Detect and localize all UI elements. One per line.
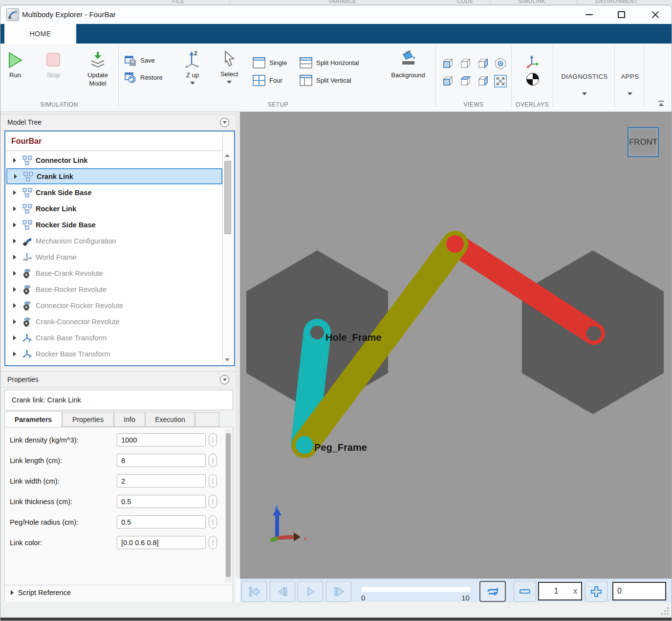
view-back-button[interactable]: [459, 57, 472, 72]
scroll-thumb[interactable]: [224, 161, 231, 234]
view-right-button[interactable]: [441, 75, 454, 89]
split-vertical-label[interactable]: Split Vertical: [316, 77, 351, 84]
tree-item-connector-link[interactable]: Connector Link: [6, 152, 222, 168]
save-view-button[interactable]: [125, 55, 136, 68]
fit-to-view-button[interactable]: [494, 75, 507, 89]
expand-caret-icon[interactable]: [13, 335, 16, 340]
minimize-button[interactable]: [578, 5, 600, 24]
peg-hole-radius-input[interactable]: [117, 515, 206, 529]
select-button[interactable]: Select: [217, 50, 241, 84]
expand-caret-icon[interactable]: [13, 222, 16, 227]
link-density-menu-button[interactable]: ⋮: [209, 433, 217, 446]
view-isometric-button[interactable]: [494, 57, 507, 72]
stop-button[interactable]: Stop: [43, 51, 64, 79]
loop-toggle-button[interactable]: [479, 581, 506, 602]
link-thickness-menu-button[interactable]: ⋮: [209, 495, 217, 508]
properties-menu-button[interactable]: [220, 375, 229, 384]
expand-caret-icon[interactable]: [13, 319, 16, 324]
tree-item-rocker-side-base[interactable]: Rocker Side Base: [6, 217, 222, 233]
split-horizontal-button[interactable]: [300, 57, 312, 71]
tree-item-crank-base-transform[interactable]: Crank Base Transform: [6, 330, 222, 346]
run-button[interactable]: Run: [4, 51, 26, 79]
link-width-input[interactable]: [117, 474, 206, 488]
link-color-input[interactable]: [117, 536, 206, 549]
expand-caret-icon[interactable]: [14, 174, 17, 179]
restore-view-button[interactable]: [125, 72, 136, 86]
tree-item-crank-link[interactable]: Crank Link: [6, 168, 222, 184]
tree-item-base-rocker-revolute[interactable]: Base-Rocker Revolute: [6, 281, 222, 297]
peg-hole-radius-menu-button[interactable]: ⋮: [209, 515, 217, 529]
expand-caret-icon[interactable]: [13, 206, 16, 211]
expand-caret-icon[interactable]: [13, 303, 16, 308]
background-button[interactable]: Background: [386, 50, 431, 79]
speed-field[interactable]: 1 x: [538, 582, 582, 600]
split-horizontal-label[interactable]: Split Horizontal: [316, 59, 359, 67]
link-density-input[interactable]: [117, 433, 206, 446]
tree-item-rocker-link[interactable]: Rocker Link: [6, 200, 222, 217]
collapse-ribbon-button[interactable]: [657, 100, 666, 109]
tab-info[interactable]: Info: [114, 412, 145, 427]
apps-button[interactable]: APPS: [615, 73, 645, 80]
tree-item-connector-rocker-revolute[interactable]: Connector-Rocker Revolute: [6, 297, 222, 313]
tab-execution[interactable]: Execution: [145, 412, 195, 427]
link-width-menu-button[interactable]: ⋮: [209, 474, 217, 488]
four-view-button[interactable]: [253, 75, 265, 89]
tree-scrollbar[interactable]: [222, 132, 234, 365]
restore-view-label[interactable]: Restore: [140, 74, 163, 81]
link-length-menu-button[interactable]: ⋮: [209, 454, 217, 467]
tree-item-crank-connector-revolute[interactable]: Crank-Connector Revolute: [6, 313, 222, 330]
view-left-button[interactable]: [477, 57, 489, 72]
close-button[interactable]: [644, 5, 667, 24]
frame-overlay-button[interactable]: [525, 54, 540, 72]
link-color-menu-button[interactable]: ⋮: [209, 536, 217, 549]
four-view-label[interactable]: Four: [269, 77, 282, 84]
scroll-up-icon[interactable]: [225, 154, 230, 157]
view-bottom-button[interactable]: [477, 75, 489, 89]
step-forward-button[interactable]: [326, 581, 351, 602]
tab-properties[interactable]: Properties: [62, 412, 114, 427]
tree-item-mechanism-configuration[interactable]: Mechanism Configuration: [6, 233, 222, 249]
viewport-3d[interactable]: Hole_Frame Peg_Frame z x FRONT: [240, 112, 672, 578]
resize-grip[interactable]: [660, 606, 669, 615]
go-to-start-button[interactable]: [241, 581, 267, 602]
diagnostics-button[interactable]: DIAGNOSTICS: [556, 73, 613, 80]
expand-caret-icon[interactable]: [13, 352, 16, 356]
single-view-label[interactable]: Single: [269, 59, 287, 67]
center-of-mass-overlay-button[interactable]: [526, 73, 539, 86]
view-front-button[interactable]: [441, 57, 454, 72]
tree-item-base-crank-revolute[interactable]: Base-Crank Revolute: [6, 265, 222, 281]
tree-item-rocker-base-transform[interactable]: Rocker Base Transform: [6, 346, 222, 362]
expand-caret-icon[interactable]: [13, 255, 16, 260]
play-button[interactable]: [298, 581, 323, 602]
scroll-thumb[interactable]: [226, 433, 231, 577]
time-slider[interactable]: [361, 587, 471, 592]
step-back-button[interactable]: [270, 581, 295, 602]
tab-parameters[interactable]: Parameters: [4, 411, 62, 427]
expand-caret-icon[interactable]: [13, 287, 16, 292]
properties-scrollbar[interactable]: [225, 429, 232, 582]
expand-caret-icon[interactable]: [13, 271, 16, 276]
script-reference-toggle[interactable]: Script Reference: [10, 589, 71, 597]
tree-item-crank-side-base[interactable]: Crank Side Base: [6, 184, 222, 200]
single-view-button[interactable]: [253, 57, 265, 71]
speed-increase-button[interactable]: [585, 581, 607, 602]
split-vertical-button[interactable]: [300, 75, 312, 89]
maximize-button[interactable]: [610, 5, 632, 24]
speed-decrease-button[interactable]: [514, 581, 536, 602]
scroll-down-icon[interactable]: [225, 358, 230, 361]
tree-root[interactable]: FourBar: [5, 132, 222, 151]
panel-splitter[interactable]: [236, 112, 240, 578]
link-length-input[interactable]: [117, 454, 206, 467]
model-tree-menu-button[interactable]: [220, 118, 229, 127]
tab-home[interactable]: HOME: [4, 24, 76, 44]
zup-button[interactable]: Z Z up: [181, 50, 204, 85]
link-thickness-input[interactable]: [117, 495, 206, 508]
expand-caret-icon[interactable]: [13, 239, 16, 244]
expand-caret-icon[interactable]: [13, 190, 16, 195]
expand-caret-icon[interactable]: [13, 158, 16, 163]
view-top-button[interactable]: [459, 75, 472, 89]
view-orientation-button[interactable]: FRONT: [628, 127, 659, 157]
update-model-button[interactable]: Update Model: [82, 51, 114, 88]
time-field[interactable]: 0: [612, 582, 666, 600]
save-view-label[interactable]: Save: [140, 57, 155, 64]
